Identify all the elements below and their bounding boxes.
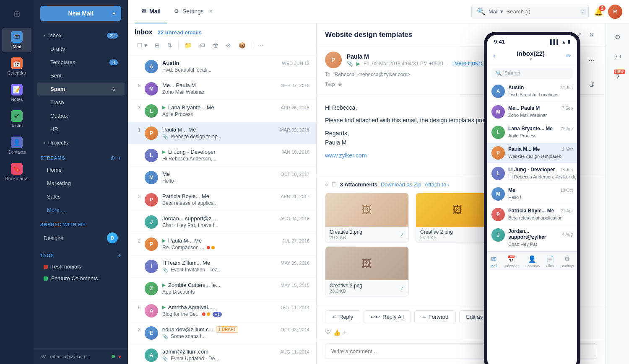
sidebar-item-drafts[interactable]: Drafts [37, 42, 125, 55]
mobile-email-list-item[interactable]: J Jordan... support@zylker 4 Aug Chat: H… [487, 225, 577, 251]
email-list-item[interactable]: M Me Hello ! OCT 10, 2017 [128, 167, 316, 189]
mobile-email-list-item[interactable]: M Me... Paula M 7 Sep Zoho Mail Webinar [487, 102, 577, 122]
email-list-item[interactable]: A Austin Fwd: Beautiful locati... WED JU… [128, 56, 316, 78]
sidebar-item-stream-marketing[interactable]: Marketing [37, 177, 125, 190]
mobile-email-list-item[interactable]: A Austin 12 Jun Fwd: Beautiful Locations [487, 81, 577, 102]
sidebar-item-sent[interactable]: Sent [37, 69, 125, 82]
streams-config-icon[interactable]: ⊕ [110, 155, 115, 161]
sidebar-item-trash[interactable]: Trash [37, 96, 125, 109]
tab-mail[interactable]: ✉ Mail [135, 0, 167, 23]
sidebar-collapse-button[interactable]: ≪ [40, 353, 47, 360]
right-sidebar-new-feature-button[interactable]: ? NEW [609, 69, 626, 85]
search-scope-selector[interactable]: Mail ▾ [489, 8, 503, 15]
user-avatar[interactable]: R [608, 5, 622, 19]
tags-add-icon[interactable]: + [118, 252, 121, 259]
email-list-item[interactable]: L ▶ Li Jung - Developer Hi Rebecca Ander… [128, 145, 316, 167]
mobile-back-button[interactable]: ‹ [493, 52, 495, 59]
sidebar-item-bookmarks[interactable]: 🔖 Bookmarks [2, 160, 31, 184]
sidebar-item-tasks[interactable]: ✓ Tasks [2, 107, 31, 132]
email-list-item[interactable]: 5 M Me... Paula M Zoho Mail Webinar SEP … [128, 78, 316, 100]
sidebar-item-spam[interactable]: Spam 6 [37, 83, 125, 96]
sidebar-item-notes[interactable]: 📝 Notes [2, 80, 31, 105]
select-all-button[interactable]: ☐ ▾ [135, 40, 150, 50]
tab-settings[interactable]: ⚙ Settings ✕ [167, 0, 220, 23]
sidebar-item-hr[interactable]: HR [37, 123, 125, 136]
email-list-item[interactable]: 3 P Patricia Boyle... Me Beta release of… [128, 189, 316, 211]
mobile-nav-item-mail[interactable]: ✉ Mail [490, 255, 497, 268]
sidebar-item-templates[interactable]: Templates 3 [37, 56, 125, 69]
sidebar-item-contacts[interactable]: 👤 Contacts [2, 133, 31, 158]
hr-label: HR [44, 126, 118, 132]
download-as-zip-link[interactable]: Download as Zip [381, 181, 421, 188]
email-content: eduardov@zillum.c... 1 DRAFT 📎 Some snap… [162, 326, 276, 339]
sidebar-item-projects[interactable]: ▸ Projects [37, 136, 125, 149]
filter-button[interactable]: ⊟ [152, 40, 162, 50]
spam-button[interactable]: ⊘ [224, 40, 234, 50]
attach-to-link[interactable]: Attach to › [425, 181, 450, 188]
attachment-checkbox[interactable]: ☐ [332, 181, 337, 188]
tag-item-testimonials[interactable]: Testimonials [37, 261, 125, 272]
grid-icon[interactable]: ⊞ [10, 5, 24, 23]
reply-icon: ↩ [332, 314, 337, 320]
mobile-search-bar[interactable]: 🔍 Search [491, 68, 573, 79]
sort-button[interactable]: ⇅ [165, 40, 175, 50]
settings-tab-close-icon[interactable]: ✕ [209, 8, 213, 14]
archive-button[interactable]: 📦 [236, 40, 248, 50]
sidebar-item-calendar[interactable]: 📅 Calendar [2, 54, 31, 79]
search-input[interactable] [507, 8, 577, 15]
sidebar-item-stream-more[interactable]: More ... [37, 204, 125, 217]
mobile-email-subject: Agile Process [508, 133, 536, 138]
email-list-item[interactable]: 2 P ▶ Paula M... Me Re. Comparison ... J… [128, 233, 316, 256]
sidebar-item-outbox[interactable]: Outbox [37, 109, 125, 122]
new-mail-button[interactable]: New Mail ▼ [40, 6, 121, 21]
sidebar-footer: ≪ rebecca@zylker.c... ● [34, 349, 128, 364]
mobile-nav-item-settings[interactable]: ⚙ Settings [560, 255, 574, 268]
reply-button[interactable]: ↩ Reply [325, 310, 360, 323]
mobile-email-list-item[interactable]: P Paula M... Me 2 Mar Website design tem… [487, 143, 577, 163]
streams-add-icon[interactable]: + [118, 155, 121, 161]
email-sender: Me... Paula M [162, 82, 196, 88]
mobile-email-list-item[interactable]: P Patricia Boyle... Me 21 Apr Beta relea… [487, 204, 577, 225]
sidebar-item-stream-home[interactable]: Home [37, 163, 125, 176]
more-actions-button[interactable]: ⋯ [255, 40, 266, 50]
close-detail-button[interactable]: ✕ [587, 29, 597, 40]
tag-button[interactable]: 🏷 [197, 40, 208, 50]
mobile-nav-item-calendar[interactable]: 📅 Calendar [503, 255, 519, 268]
folder-button[interactable]: 📁 [182, 40, 194, 50]
heart-reaction-button[interactable]: ♡ [325, 328, 331, 336]
email-list-item[interactable]: 3 E eduardov@zillum.c... 1 DRAFT 📎 Some … [128, 322, 316, 344]
email-list-item[interactable]: Z ▶ Zombie Cutters... le... App Discount… [128, 278, 316, 300]
email-list-item[interactable]: 3 L ▶ Lana Bryante... Me Agile Process A… [128, 100, 316, 122]
email-list-item[interactable]: A admin@zillum.com 📎 Event Updated - De.… [128, 344, 316, 364]
add-reaction-button[interactable]: + [343, 329, 346, 336]
mobile-compose-button[interactable]: ✏ [566, 52, 571, 59]
print-button[interactable]: 🖨 [586, 79, 597, 89]
right-sidebar-tag-button[interactable]: 🏷 [609, 49, 626, 65]
mobile-email-list-item[interactable]: L Lana Bryante... Me 26 Apr Agile Proces… [487, 122, 577, 143]
sidebar-item-inbox[interactable]: ▸ Inbox 22 [37, 29, 125, 42]
forward-button[interactable]: ↪ Forward [414, 310, 456, 323]
mobile-email-list-item[interactable]: M Me 10 Oct Hello ! [487, 184, 577, 204]
sidebar-item-mail[interactable]: ✉ Mail [2, 28, 31, 52]
more-email-actions-button[interactable]: ⋯ [586, 54, 597, 65]
email-list-item[interactable]: J Jordan... support@z... Chat : Hey Pat,… [128, 211, 316, 233]
email-list-item[interactable]: I ITTeam Zillum... Me 📎 Event Invitation… [128, 256, 316, 278]
mobile-email-list-item[interactable]: L Li Jung - Developer 18 Jun Hi Rebecca … [487, 163, 577, 184]
tag-item-feature-comments[interactable]: Feature Comments [37, 273, 125, 284]
notification-button[interactable]: 🔔 2 [594, 7, 603, 16]
mobile-nav-item-files[interactable]: 📄 Files [546, 255, 554, 268]
reply-all-button[interactable]: ↩↩ Reply All [364, 310, 411, 323]
tags-add-icon[interactable]: ⊕ [338, 81, 342, 87]
mobile-nav-item-contacts[interactable]: 👤 Contacts [525, 255, 540, 268]
website-link[interactable]: www.zylker.com [325, 152, 367, 159]
right-sidebar-settings-button[interactable]: ⚙ [609, 28, 626, 45]
sidebar-item-stream-sales[interactable]: Sales [37, 190, 125, 203]
email-sender: Patricia Boyle... Me [162, 193, 209, 199]
mobile-signals: ▌▌▌ ▲ ▮ [550, 39, 570, 44]
email-list-item[interactable]: 6 A ▶ Amritha Agrawal... .. Blog for the… [128, 300, 316, 322]
sidebar-item-designs[interactable]: Designs D [37, 229, 125, 247]
delete-button[interactable]: 🗑 [210, 40, 221, 50]
unread-count-label[interactable]: 22 unread emails [158, 29, 202, 36]
email-list-item[interactable]: 1 P Paula M... Me 📎 Website design temp.… [128, 122, 316, 145]
like-reaction-button[interactable]: 👍 [333, 329, 340, 336]
